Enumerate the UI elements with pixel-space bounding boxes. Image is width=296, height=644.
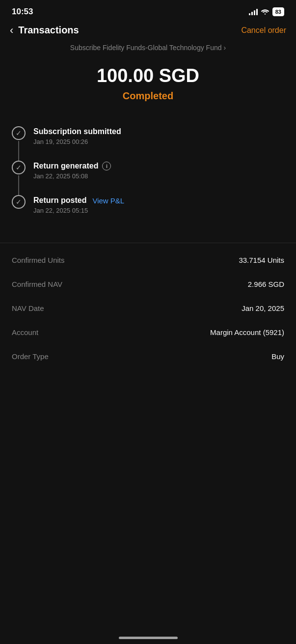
detail-label-confirmed-units: Confirmed Units [12,256,65,264]
detail-value-confirmed-nav: 2.966 SGD [248,280,284,288]
detail-row-confirmed-units: Confirmed Units 33.7154 Units [12,248,284,272]
detail-row-nav-date: NAV Date Jan 20, 2025 [12,296,284,320]
detail-row-order-type: Order Type Buy [12,344,284,368]
timeline-circle-3: ✓ [12,195,26,209]
breadcrumb-chevron: › [224,44,226,52]
page-title: Transactions [18,25,79,36]
nav-left: ‹ Transactions [10,25,79,36]
detail-label-account: Account [12,328,38,336]
signal-icon [249,8,258,15]
cancel-order-button[interactable]: Cancel order [241,26,286,35]
detail-value-order-type: Buy [271,352,284,361]
timeline-item-return-posted: ✓ Return posted View P&L Jan 22, 2025 05… [12,195,284,226]
view-pnl-button[interactable]: View P&L [92,196,124,205]
details-section: Confirmed Units 33.7154 Units Confirmed … [0,243,296,378]
status-icons: 83 [249,7,284,16]
detail-label-nav-date: NAV Date [12,304,44,312]
detail-value-confirmed-units: 33.7154 Units [239,256,284,264]
detail-row-account: Account Margin Account (5921) [12,320,284,344]
detail-row-confirmed-nav: Confirmed NAV 2.966 SGD [12,272,284,296]
back-button[interactable]: ‹ [10,25,13,36]
amount-section: 100.00 SGD Completed [0,61,296,116]
timeline-line-2 [18,175,19,195]
timeline-title-2: Return generated [33,162,98,170]
detail-value-account: Margin Account (5921) [210,328,284,336]
breadcrumb[interactable]: Subscribe Fidelity Funds-Global Technolo… [0,42,296,61]
status-badge: Completed [10,90,286,102]
status-time: 10:53 [12,7,33,17]
timeline-line-1 [18,141,19,161]
amount-value: 100.00 SGD [10,65,286,86]
timeline-title-3: Return posted [33,196,86,205]
timeline-section: ✓ Subscription submitted Jan 19, 2025 00… [0,116,296,241]
detail-label-order-type: Order Type [12,352,49,361]
timeline-item-subscription-submitted: ✓ Subscription submitted Jan 19, 2025 00… [12,126,284,161]
detail-value-nav-date: Jan 20, 2025 [242,304,284,312]
checkmark-icon-3: ✓ [16,198,22,206]
battery-icon: 83 [272,7,284,16]
timeline-date-1: Jan 19, 2025 00:26 [33,138,121,145]
checkmark-icon-1: ✓ [16,129,22,137]
timeline-title-1: Subscription submitted [33,127,121,136]
breadcrumb-text: Subscribe Fidelity Funds-Global Technolo… [70,44,222,52]
timeline-date-3: Jan 22, 2025 05:15 [33,207,124,214]
wifi-icon [261,8,269,15]
checkmark-icon-2: ✓ [16,164,22,171]
home-indicator [119,637,178,639]
info-icon-2[interactable]: i [102,162,111,170]
status-bar: 10:53 83 [0,0,296,21]
detail-label-confirmed-nav: Confirmed NAV [12,280,62,288]
timeline-circle-1: ✓ [12,126,26,140]
timeline-item-return-generated: ✓ Return generated i Jan 22, 2025 05:08 [12,161,284,195]
timeline-circle-2: ✓ [12,161,26,174]
nav-header: ‹ Transactions Cancel order [0,21,296,42]
timeline-date-2: Jan 22, 2025 05:08 [33,172,111,180]
